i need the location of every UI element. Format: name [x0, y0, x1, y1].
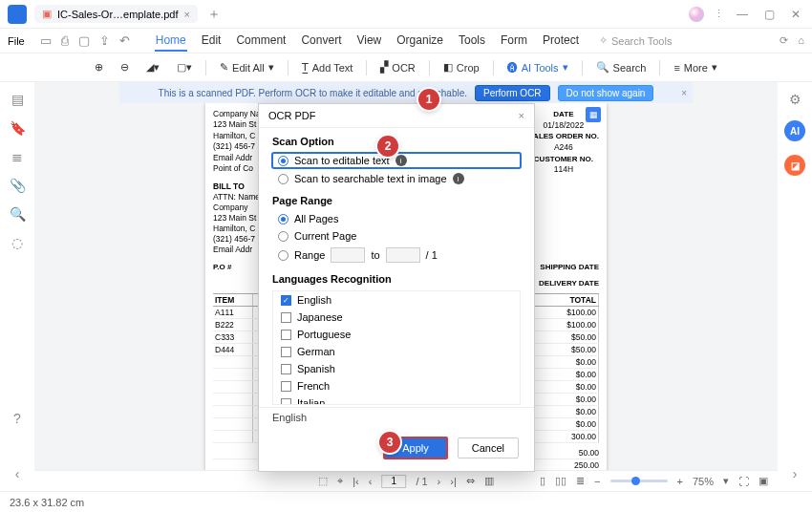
- option-range[interactable]: Range to / 1: [259, 245, 534, 266]
- menu-tab-tools[interactable]: Tools: [458, 31, 486, 52]
- language-option[interactable]: Italian: [273, 395, 520, 405]
- annotations-icon[interactable]: ◌: [11, 235, 23, 250]
- checkbox-icon: [281, 398, 291, 406]
- info-icon[interactable]: i: [395, 155, 407, 166]
- dialog-close-icon[interactable]: ×: [519, 110, 524, 121]
- add-tab-button[interactable]: ＋: [207, 6, 221, 23]
- thumbnail-icon[interactable]: ▤: [11, 92, 24, 107]
- ai-tools-button[interactable]: 🅐 AI Tools▾: [502, 58, 574, 76]
- callout-1: 1: [418, 89, 439, 110]
- last-page-icon[interactable]: ›|: [450, 476, 457, 487]
- zoom-out-icon[interactable]: −: [594, 476, 600, 487]
- language-list[interactable]: EnglishJapanesePortugueseGermanSpanishFr…: [272, 290, 521, 405]
- next-page-icon[interactable]: ›: [438, 476, 441, 487]
- attachment-icon[interactable]: 📎: [10, 178, 26, 193]
- menu-tab-home[interactable]: Home: [155, 31, 187, 52]
- option-editable-text[interactable]: Scan to editable text i: [272, 153, 521, 168]
- minimize-button[interactable]: —: [734, 8, 751, 21]
- page-number-input[interactable]: [381, 475, 406, 488]
- close-tab-icon[interactable]: ×: [184, 9, 190, 20]
- menu-tab-form[interactable]: Form: [500, 31, 528, 52]
- menu-tab-edit[interactable]: Edit: [201, 31, 223, 52]
- select-tool-icon[interactable]: ⌖: [337, 475, 343, 487]
- language-option[interactable]: Portuguese: [273, 326, 520, 343]
- edit-all-button[interactable]: ✎ Edit All▾: [214, 58, 280, 76]
- callout-3: 3: [379, 432, 400, 453]
- open-icon[interactable]: ▭: [40, 33, 52, 48]
- cancel-button[interactable]: Cancel: [458, 437, 519, 459]
- info-icon[interactable]: i: [453, 173, 464, 184]
- settings-icon[interactable]: ⚙: [789, 92, 801, 107]
- fit-width-icon[interactable]: ⇔: [466, 475, 475, 487]
- radio-icon: [278, 250, 288, 261]
- maximize-button[interactable]: ▢: [760, 8, 778, 21]
- home-icon[interactable]: ⌂: [798, 34, 804, 47]
- save-icon[interactable]: ▢: [78, 33, 90, 48]
- range-to-input[interactable]: [386, 247, 420, 263]
- menu-tab-view[interactable]: View: [355, 31, 382, 52]
- option-current-page[interactable]: Current Page: [259, 227, 534, 245]
- undo-icon[interactable]: ↶: [119, 33, 130, 48]
- share-icon[interactable]: ⇪: [99, 33, 110, 48]
- menu-tab-organize[interactable]: Organize: [395, 31, 444, 52]
- collapse-left-icon[interactable]: ‹: [15, 466, 20, 481]
- dimensions-label: 23.6 x 31.82 cm: [10, 497, 84, 508]
- search-tools[interactable]: ✧ Search Tools: [599, 34, 672, 47]
- help-icon[interactable]: ?: [13, 411, 21, 426]
- search-rail-icon[interactable]: 🔍: [10, 206, 26, 222]
- zoom-in-button[interactable]: ⊕: [89, 58, 109, 76]
- option-searchable-text[interactable]: Scan to searchable text in image i: [259, 170, 534, 187]
- menu-file[interactable]: File: [8, 35, 25, 47]
- dont-show-again-button[interactable]: Do not show again: [558, 85, 654, 101]
- print-icon[interactable]: ⎙: [61, 33, 69, 48]
- page-range-heading: Page Range: [259, 187, 534, 210]
- callout-2: 2: [377, 136, 398, 157]
- range-from-input[interactable]: [331, 247, 365, 263]
- zoom-out-button[interactable]: ⊖: [115, 58, 135, 76]
- fullscreen-icon[interactable]: ▣: [759, 475, 768, 487]
- cloud-icon[interactable]: ⟳: [780, 34, 788, 47]
- ocr-button[interactable]: ▞ OCR: [374, 58, 420, 76]
- view-double-icon[interactable]: ▯▯: [555, 475, 566, 487]
- kebab-icon[interactable]: ⋮: [714, 8, 724, 20]
- app-chip-icon[interactable]: ◪: [784, 155, 805, 176]
- account-avatar[interactable]: [689, 7, 704, 22]
- first-page-icon[interactable]: |‹: [353, 476, 359, 487]
- checkbox-icon: [281, 347, 291, 357]
- bookmark-icon[interactable]: 🔖: [10, 120, 26, 136]
- menu-tab-convert[interactable]: Convert: [300, 31, 342, 52]
- layout-icon[interactable]: ▥: [484, 475, 494, 487]
- prev-page-icon[interactable]: ‹: [369, 476, 373, 487]
- language-option[interactable]: English: [273, 291, 520, 309]
- shape-tool[interactable]: ▢▾: [171, 58, 198, 76]
- statusbar: 23.6 x 31.82 cm: [0, 491, 812, 512]
- close-window-button[interactable]: ✕: [787, 8, 804, 21]
- left-rail: ▤ 🔖 ≣ 📎 🔍 ◌ ? ‹: [0, 82, 34, 491]
- banner-close-icon[interactable]: ×: [681, 88, 687, 98]
- fit-page-icon[interactable]: ⛶: [738, 476, 749, 487]
- hand-tool-icon[interactable]: ⬚: [318, 475, 328, 487]
- language-option[interactable]: French: [273, 377, 520, 395]
- document-tab[interactable]: ▣ IC-Sales-Or…emplate.pdf ×: [34, 5, 198, 23]
- view-single-icon[interactable]: ▯: [540, 475, 545, 487]
- checkbox-icon: [281, 364, 291, 374]
- menu-tab-comment[interactable]: Comment: [235, 31, 287, 52]
- language-option[interactable]: German: [273, 343, 520, 360]
- fields-icon[interactable]: ≣: [11, 149, 23, 164]
- language-option[interactable]: Spanish: [273, 360, 520, 377]
- crop-button[interactable]: ◧ Crop: [438, 58, 485, 76]
- language-option[interactable]: Japanese: [273, 309, 520, 326]
- perform-ocr-button[interactable]: Perform OCR: [475, 85, 550, 101]
- highlight-tool[interactable]: ◢▾: [140, 58, 165, 76]
- ai-chip-icon[interactable]: AI: [784, 120, 805, 141]
- search-button[interactable]: 🔍 Search: [590, 58, 652, 76]
- more-button[interactable]: ≡ More▾: [668, 58, 722, 76]
- zoom-in-icon[interactable]: +: [677, 476, 683, 487]
- zoom-slider[interactable]: [610, 480, 668, 482]
- collapse-right-icon[interactable]: ›: [793, 466, 798, 481]
- view-continuous-icon[interactable]: ≣: [576, 475, 585, 487]
- radio-icon: [278, 156, 288, 166]
- add-text-button[interactable]: T̲ Add Text: [296, 58, 359, 76]
- option-all-pages[interactable]: All Pages: [259, 210, 534, 227]
- menu-tab-protect[interactable]: Protect: [542, 31, 580, 52]
